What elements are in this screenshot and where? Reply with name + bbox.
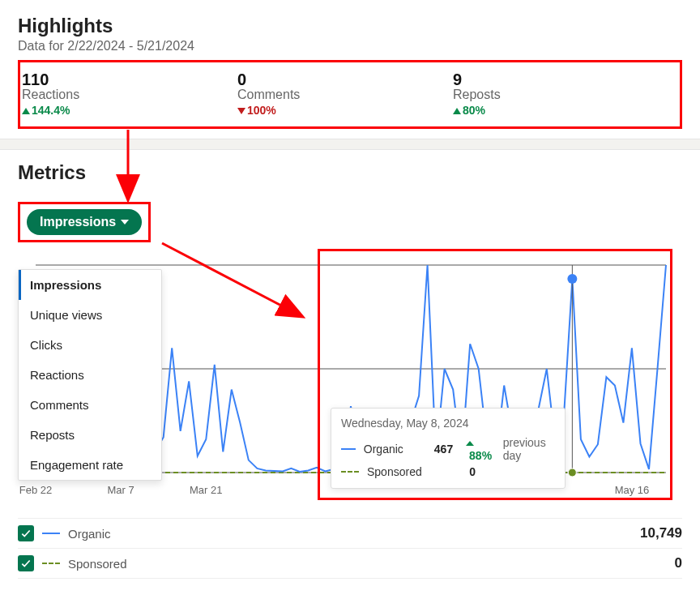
svg-text:May 16: May 16 — [615, 484, 650, 496]
section-divider — [0, 139, 700, 150]
triangle-up-icon — [22, 108, 30, 114]
dash-swatch-icon — [42, 563, 60, 564]
highlight-value: 9 — [453, 71, 668, 89]
highlight-delta: 100% — [237, 104, 453, 117]
tooltip-organic-row: Organic 467 88% previous day — [341, 434, 555, 464]
highlight-delta: 80% — [453, 104, 668, 117]
highlight-value: 110 — [22, 71, 237, 89]
check-icon — [20, 558, 32, 569]
highlights-title: Highlights — [18, 15, 682, 37]
metric-option-unique-views[interactable]: Unique views — [19, 300, 161, 330]
check-icon — [20, 528, 32, 539]
svg-text:Mar 7: Mar 7 — [108, 484, 134, 496]
highlight-comments: 0 Comments 100% — [237, 71, 453, 117]
legend-total: 0 — [675, 555, 682, 571]
metric-option-comments[interactable]: Comments — [19, 390, 161, 420]
chevron-down-icon — [121, 220, 129, 225]
triangle-up-icon — [453, 108, 461, 114]
highlight-delta: 144.4% — [22, 104, 237, 117]
metric-dropdown-menu: ImpressionsUnique viewsClicksReactionsCo… — [18, 269, 162, 481]
tooltip-delta: 88% — [466, 436, 495, 462]
highlights-subtitle: Data for 2/22/2024 - 5/21/2024 — [18, 39, 682, 53]
legend-name: Sponsored — [68, 557, 667, 571]
tooltip-caption: previous day — [503, 436, 555, 462]
svg-point-11 — [568, 469, 576, 477]
legend-name: Organic — [68, 527, 632, 541]
highlight-label: Reposts — [453, 88, 668, 102]
metric-dropdown-redbox: Impressions — [18, 202, 151, 242]
line-swatch-icon — [341, 448, 356, 450]
highlight-label: Comments — [237, 88, 453, 102]
svg-text:Mar 21: Mar 21 — [190, 484, 222, 496]
legend-row-sponsored: Sponsored 0 — [18, 548, 682, 579]
legend-row-organic: Organic 10,749 — [18, 518, 682, 548]
tooltip-series-value: 0 — [443, 465, 476, 478]
metric-option-engagement-rate[interactable]: Engagement rate — [19, 450, 161, 480]
tooltip-series-value: 467 — [427, 443, 453, 456]
highlight-value: 0 — [237, 71, 453, 89]
highlights-row: 110 Reactions 144.4% 0 Comments 100% 9 R… — [18, 60, 682, 129]
dash-swatch-icon — [341, 471, 359, 473]
highlight-label: Reactions — [22, 88, 237, 102]
metric-option-reactions[interactable]: Reactions — [19, 360, 161, 390]
metrics-title: Metrics — [18, 161, 682, 184]
metric-dropdown-label: Impressions — [40, 215, 116, 229]
highlight-reactions: 110 Reactions 144.4% — [22, 71, 237, 117]
tooltip-series-name: Sponsored — [367, 465, 435, 478]
checkbox-sponsored[interactable] — [18, 555, 34, 571]
highlight-reposts: 9 Reposts 80% — [453, 71, 668, 117]
metric-option-reposts[interactable]: Reposts — [19, 420, 161, 450]
tooltip-series-name: Organic — [364, 443, 419, 456]
metric-dropdown-button[interactable]: Impressions — [27, 209, 142, 235]
metric-option-clicks[interactable]: Clicks — [19, 330, 161, 360]
legend: Organic 10,749 Sponsored 0 — [18, 518, 682, 579]
svg-point-10 — [567, 274, 577, 284]
checkbox-organic[interactable] — [18, 525, 34, 541]
chart-tooltip: Wednesday, May 8, 2024 Organic 467 88% p… — [331, 408, 566, 489]
legend-total: 10,749 — [640, 525, 682, 541]
triangle-down-icon — [237, 108, 245, 114]
tooltip-date: Wednesday, May 8, 2024 — [341, 417, 555, 430]
svg-text:Feb 22: Feb 22 — [19, 484, 52, 496]
metric-option-impressions[interactable]: Impressions — [19, 270, 161, 300]
tooltip-sponsored-row: Sponsored 0 — [341, 464, 555, 480]
line-swatch-icon — [42, 533, 60, 534]
